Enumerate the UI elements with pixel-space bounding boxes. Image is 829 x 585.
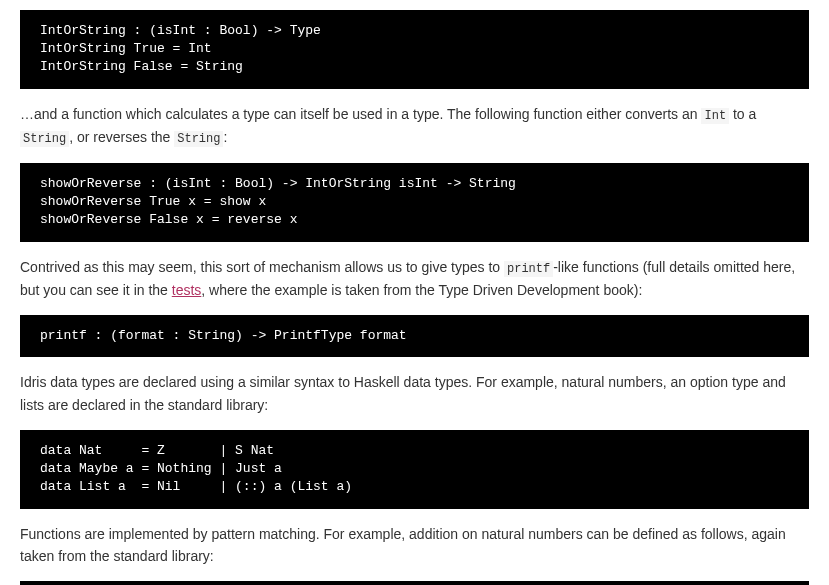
text: to a — [729, 106, 756, 122]
paragraph-2: Contrived as this may seem, this sort of… — [20, 256, 809, 302]
text: : — [223, 129, 227, 145]
paragraph-3: Idris data types are declared using a si… — [20, 371, 809, 416]
tests-link[interactable]: tests — [172, 282, 202, 298]
code-block-showorreverse: showOrReverse : (isInt : Bool) -> IntOrS… — [20, 163, 809, 242]
inline-code-string: String — [20, 131, 69, 147]
text: , where the example is taken from the Ty… — [201, 282, 642, 298]
inline-code-string2: String — [174, 131, 223, 147]
code-block-intorstring: IntOrString : (isInt : Bool) -> Type Int… — [20, 10, 809, 89]
inline-code-int: Int — [701, 108, 729, 124]
text: …and a function which calculates a type … — [20, 106, 701, 122]
text: Contrived as this may seem, this sort of… — [20, 259, 504, 275]
code-block-datatypes: data Nat = Z | S Nat data Maybe a = Noth… — [20, 430, 809, 509]
paragraph-4: Functions are implemented by pattern mat… — [20, 523, 809, 568]
paragraph-1: …and a function which calculates a type … — [20, 103, 809, 149]
text: , or reverses the — [69, 129, 174, 145]
code-block-printf: printf : (format : String) -> PrintfType… — [20, 315, 809, 357]
inline-code-printf: printf — [504, 261, 553, 277]
code-block-plus: (+) : Nat -> Nat -> Nat Z + y = y (S k) … — [20, 581, 809, 585]
